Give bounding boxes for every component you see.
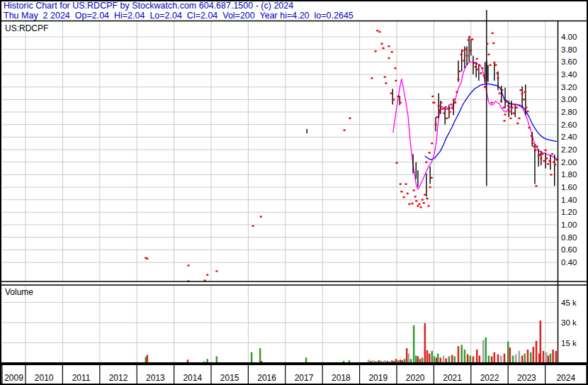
ma-fast-line bbox=[393, 62, 557, 189]
year-tick-label: 2011 bbox=[72, 373, 91, 383]
year-tick-label: 2012 bbox=[109, 373, 128, 383]
price-tick-label: 3.60 bbox=[561, 57, 577, 66]
axis-labels: 4.003.803.603.403.203.002.802.602.402.20… bbox=[4, 33, 577, 383]
price-tick-label: 3.40 bbox=[561, 70, 577, 79]
price-tick-label: 3.00 bbox=[561, 95, 577, 104]
price-tick-label: 2.20 bbox=[561, 145, 577, 154]
price-tick-label: 4.00 bbox=[561, 33, 577, 41]
volume-bars bbox=[145, 320, 558, 363]
year-tick-label: 2023 bbox=[517, 373, 536, 383]
year-tick-label: 2015 bbox=[220, 373, 239, 383]
price-tick-label: 1.40 bbox=[561, 196, 577, 204]
price-tick-label: 2.60 bbox=[561, 121, 577, 129]
volume-tick-label: 30 k bbox=[561, 318, 577, 327]
year-tick-label: 2010 bbox=[35, 373, 54, 383]
price-tick-label: 3.20 bbox=[561, 83, 577, 91]
trade-price-dots bbox=[145, 30, 558, 282]
year-tick-label: 2024 bbox=[556, 373, 575, 383]
year-tick-label: 2019 bbox=[368, 373, 388, 383]
price-tick-label: 2.80 bbox=[561, 108, 577, 116]
year-tick-label: 2017 bbox=[295, 373, 314, 383]
price-tick-label: 2.00 bbox=[561, 158, 577, 167]
price-tick-label: 0.60 bbox=[561, 245, 577, 254]
volume-tick-label: 45 k bbox=[561, 298, 577, 307]
year-tick-label: 2014 bbox=[183, 373, 202, 383]
year-tick-label: 2022 bbox=[480, 373, 499, 383]
price-tick-label: 3.80 bbox=[561, 45, 577, 54]
price-tick-label: 0.80 bbox=[561, 233, 577, 242]
year-tick-label: 2021 bbox=[443, 373, 462, 383]
price-tick-label: 1.00 bbox=[561, 221, 577, 229]
stockwatch-chart-window: Historic Chart for US:RDCPF by Stockwatc… bbox=[0, 0, 588, 385]
price-tick-label: 1.20 bbox=[561, 208, 577, 216]
year-tick-label: 2013 bbox=[146, 373, 165, 383]
symbol-label: US:RDCPF bbox=[5, 23, 48, 33]
price-tick-label: 0.40 bbox=[561, 258, 577, 267]
year-tick-label: 2020 bbox=[406, 373, 425, 383]
price-tick-label: 1.80 bbox=[561, 170, 577, 179]
year-tick-label: 2009 bbox=[4, 373, 23, 383]
year-tick-label: 2018 bbox=[332, 373, 351, 383]
volume-tick-label: 15 k bbox=[561, 339, 577, 347]
volume-panel-label: Volume bbox=[5, 287, 33, 297]
year-tick-label: 2016 bbox=[257, 373, 276, 383]
price-range-bars bbox=[306, 10, 555, 196]
price-tick-label: 1.60 bbox=[561, 183, 577, 191]
frame-lines bbox=[0, 1, 588, 384]
price-tick-label: 2.40 bbox=[561, 133, 577, 141]
price-volume-chart-canvas: 4.003.803.603.403.203.002.802.602.402.20… bbox=[0, 0, 588, 385]
